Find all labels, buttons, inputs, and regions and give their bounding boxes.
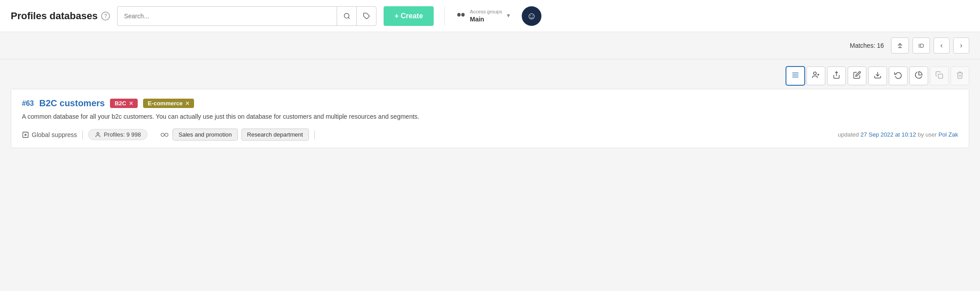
list-view-icon — [791, 71, 799, 81]
help-icon[interactable]: ? — [101, 12, 110, 21]
svg-point-22 — [165, 133, 168, 136]
edit-button[interactable] — [848, 67, 866, 85]
svg-point-4 — [461, 13, 465, 17]
page-title: Profiles databases — [11, 10, 97, 22]
access-groups-selector[interactable]: Access groups Main ▼ — [456, 8, 511, 23]
sort-field-selector[interactable]: ID — [912, 37, 930, 54]
search-input[interactable] — [118, 12, 337, 20]
updated-user: Pol Zak — [938, 131, 958, 138]
next-icon: › — [960, 42, 962, 50]
group-research-badge[interactable]: Research department — [241, 129, 309, 141]
groups-section: Sales and promotion Research department — [160, 129, 308, 141]
prev-icon: ‹ — [940, 42, 942, 50]
search-container — [117, 6, 376, 26]
global-suppress: Global suppress — [22, 131, 77, 138]
copy-button[interactable] — [930, 67, 949, 85]
access-groups-label: Access groups — [470, 8, 502, 15]
card-description: A common database for all your b2c custo… — [22, 112, 958, 121]
add-user-icon — [812, 71, 820, 81]
download-button[interactable] — [868, 67, 887, 85]
edit-icon — [853, 71, 861, 81]
avatar[interactable]: ☺ — [522, 6, 541, 26]
header-divider — [444, 6, 445, 26]
delete-icon — [956, 71, 964, 81]
search-button[interactable] — [337, 7, 356, 25]
tag-ecommerce-label: E-commerce — [148, 100, 182, 107]
svg-point-20 — [97, 132, 99, 134]
groups-icon — [160, 132, 169, 138]
prev-page-button[interactable]: ‹ — [934, 37, 950, 54]
share-button[interactable] — [827, 67, 846, 85]
sort-button[interactable] — [891, 37, 909, 54]
content-area: #63 B2C customers B2C ✕ E-commerce ✕ A c… — [0, 59, 980, 155]
history-icon — [894, 71, 902, 81]
delete-button[interactable] — [950, 67, 969, 85]
profiles-icon — [95, 132, 101, 138]
chart-button[interactable] — [909, 67, 928, 85]
list-view-button[interactable] — [786, 67, 805, 85]
profiles-count: Profiles: 9 998 — [104, 131, 141, 138]
avatar-icon: ☺ — [527, 10, 536, 22]
svg-point-11 — [814, 72, 816, 75]
card-id: #63 — [22, 100, 34, 108]
sort-field-label: ID — [918, 42, 924, 49]
toolbar-row: Matches: 16 ID ‹ › — [0, 32, 980, 59]
card-name[interactable]: B2C customers — [39, 98, 105, 108]
page-title-container: Profiles databases ? — [11, 10, 110, 22]
card-title-row: #63 B2C customers B2C ✕ E-commerce ✕ — [22, 98, 958, 108]
card-footer: Global suppress Profiles: 9 998 Sales an… — [22, 129, 958, 141]
footer-divider-1 — [82, 130, 83, 139]
access-groups-value: Main — [470, 15, 502, 23]
tag-ecommerce: E-commerce ✕ — [143, 99, 194, 108]
database-card: #63 B2C customers B2C ✕ E-commerce ✕ A c… — [11, 89, 969, 148]
download-icon — [874, 71, 882, 81]
footer-divider-2 — [314, 130, 315, 139]
next-page-button[interactable]: › — [953, 37, 969, 54]
svg-line-1 — [348, 17, 350, 19]
tag-filter-button[interactable] — [356, 7, 376, 25]
suppress-label: Global suppress — [32, 131, 77, 138]
card-action-bar — [11, 67, 969, 85]
svg-point-3 — [457, 13, 461, 17]
svg-rect-16 — [938, 74, 943, 79]
share-icon — [832, 71, 841, 81]
updated-by: by user — [918, 131, 937, 138]
updated-prefix: updated — [838, 131, 859, 138]
updated-date: 27 Sep 2022 at 10:12 — [861, 131, 916, 138]
create-button[interactable]: + Create — [384, 6, 434, 26]
profiles-badge: Profiles: 9 998 — [88, 129, 148, 140]
chart-icon — [915, 71, 923, 81]
access-groups-text: Access groups Main — [470, 8, 502, 23]
group-sales-badge[interactable]: Sales and promotion — [173, 129, 237, 141]
create-label: + Create — [394, 12, 423, 20]
history-button[interactable] — [889, 67, 908, 85]
tag-b2c: B2C ✕ — [110, 99, 138, 108]
updated-section: updated 27 Sep 2022 at 10:12 by user Pol… — [838, 131, 958, 138]
svg-point-21 — [161, 133, 164, 136]
header: Profiles databases ? + Create — [0, 0, 980, 32]
add-user-button[interactable] — [807, 67, 825, 85]
tag-b2c-remove[interactable]: ✕ — [129, 100, 133, 107]
access-groups-chevron-icon: ▼ — [506, 12, 511, 19]
tag-ecommerce-remove[interactable]: ✕ — [185, 100, 190, 107]
suppress-icon — [22, 131, 29, 138]
tag-b2c-label: B2C — [114, 100, 126, 107]
svg-point-0 — [344, 13, 349, 18]
copy-icon — [935, 71, 943, 81]
access-groups-icon — [456, 11, 466, 21]
matches-label: Matches: 16 — [850, 42, 884, 49]
